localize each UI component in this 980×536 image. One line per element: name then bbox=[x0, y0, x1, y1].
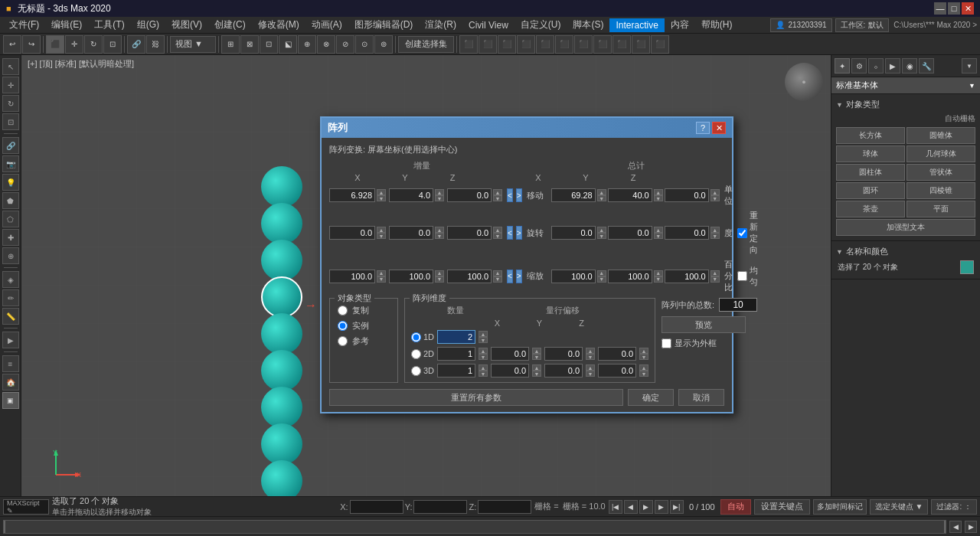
sz-down[interactable]: ▼ bbox=[493, 276, 502, 283]
move-x-down[interactable]: ▼ bbox=[377, 195, 386, 201]
menu-edit[interactable]: 编辑(E) bbox=[45, 17, 88, 33]
t-z-up[interactable]: ▲ bbox=[710, 189, 720, 195]
coord-y-field[interactable] bbox=[413, 500, 467, 514]
btn-box[interactable]: 长方体 bbox=[836, 127, 905, 144]
copy-radio[interactable] bbox=[338, 306, 348, 315]
btn-geo-sphere[interactable]: 几何球体 bbox=[906, 145, 975, 162]
menu-tools[interactable]: 工具(T) bbox=[88, 17, 130, 33]
btn-tube[interactable]: 管状体 bbox=[906, 164, 975, 181]
add-time-btn[interactable]: 多加时间标记 bbox=[813, 499, 867, 515]
move-x-input[interactable] bbox=[329, 188, 375, 202]
rot-left-arrow[interactable]: < bbox=[507, 226, 513, 240]
left-btn-measure[interactable]: 📏 bbox=[2, 308, 19, 325]
rp-btn-utilities[interactable]: 🔧 bbox=[919, 58, 934, 74]
btn-sphere[interactable]: 球体 bbox=[836, 145, 905, 162]
nav-sphere[interactable]: ● bbox=[785, 63, 823, 101]
menu-graph[interactable]: 图形编辑器(D) bbox=[348, 17, 420, 33]
rot-right-arrow[interactable]: > bbox=[516, 226, 522, 240]
rot-total-x[interactable] bbox=[551, 226, 596, 240]
rot-total-z[interactable] bbox=[665, 226, 709, 240]
scale-x-input[interactable] bbox=[329, 270, 375, 283]
minimize-btn[interactable]: — bbox=[934, 2, 946, 15]
cancel-btn[interactable]: 取消 bbox=[678, 389, 724, 406]
btn-torus[interactable]: 圆环 bbox=[836, 182, 905, 199]
btn-pyramid[interactable]: 四棱锥 bbox=[906, 182, 975, 199]
rp-btn-create[interactable]: ✦ bbox=[835, 58, 850, 74]
viewport[interactable]: [+] [顶] [标准] [默认明暗处理] ● X Y bbox=[21, 55, 831, 496]
rz-down[interactable]: ▼ bbox=[493, 233, 502, 239]
move-btn[interactable]: ✛ bbox=[65, 35, 83, 54]
rp-btn-display[interactable]: ◉ bbox=[902, 58, 917, 74]
regen-checkbox[interactable] bbox=[737, 228, 747, 238]
right-panel-dropdown-icon[interactable]: ▼ bbox=[969, 82, 975, 90]
close-btn[interactable]: ✕ bbox=[962, 2, 974, 15]
btn-r11[interactable]: ⬛ bbox=[651, 35, 669, 54]
dim-1d-count-input[interactable] bbox=[437, 330, 475, 344]
sty-up[interactable]: ▲ bbox=[654, 270, 663, 276]
sx-down[interactable]: ▼ bbox=[377, 276, 386, 283]
left-btn-light[interactable]: 💡 bbox=[2, 174, 19, 191]
move-total-x[interactable] bbox=[551, 188, 596, 202]
move-y-up[interactable]: ▲ bbox=[435, 189, 444, 195]
btn-t6[interactable]: ⊗ bbox=[317, 35, 335, 54]
menu-create[interactable]: 创建(C) bbox=[208, 17, 252, 33]
view-dropdown[interactable]: 视图 ▼ bbox=[170, 36, 216, 53]
btn-t9[interactable]: ⊚ bbox=[374, 35, 393, 54]
d2y-down[interactable]: ▼ bbox=[586, 354, 595, 360]
btn-t2[interactable]: ⊠ bbox=[240, 35, 259, 54]
t-y-up[interactable]: ▲ bbox=[654, 189, 663, 195]
menu-group[interactable]: 组(G) bbox=[131, 17, 165, 33]
d3-up[interactable]: ▲ bbox=[479, 364, 488, 371]
rtz-down[interactable]: ▼ bbox=[710, 233, 720, 239]
dialog-help-btn[interactable]: ? bbox=[696, 122, 710, 134]
move-total-z[interactable] bbox=[665, 188, 709, 202]
play-prev-btn[interactable]: ◀ bbox=[624, 500, 638, 514]
d3z-up[interactable]: ▲ bbox=[639, 364, 648, 371]
left-btn-scene[interactable]: 🏠 bbox=[2, 374, 19, 391]
preview-btn[interactable]: 预览 bbox=[662, 316, 746, 333]
btn-t5[interactable]: ⊕ bbox=[298, 35, 316, 54]
left-btn-material[interactable]: ◈ bbox=[2, 271, 19, 288]
t-x-up[interactable]: ▲ bbox=[597, 189, 606, 195]
select-btn[interactable]: ⬛ bbox=[46, 35, 64, 54]
btn-r8[interactable]: ⬛ bbox=[593, 35, 612, 54]
d2x-down[interactable]: ▼ bbox=[532, 354, 541, 360]
d2y-up[interactable]: ▲ bbox=[586, 348, 595, 354]
stx-up[interactable]: ▲ bbox=[597, 270, 606, 276]
stz-up[interactable]: ▲ bbox=[710, 270, 720, 276]
btn-t8[interactable]: ⊙ bbox=[355, 35, 374, 54]
d1-up[interactable]: ▲ bbox=[479, 331, 488, 337]
unlink-btn[interactable]: ⛓ bbox=[146, 35, 165, 54]
d3y-down[interactable]: ▼ bbox=[586, 371, 595, 377]
sz-up[interactable]: ▲ bbox=[493, 270, 502, 276]
btn-r10[interactable]: ⬛ bbox=[632, 35, 650, 54]
rp-btn-hierarchy[interactable]: ⬦ bbox=[868, 58, 884, 74]
dim-2d-z-input[interactable] bbox=[598, 347, 636, 361]
undo-btn[interactable]: ↩ bbox=[3, 35, 21, 54]
dim-2d-x-input[interactable] bbox=[491, 347, 529, 361]
scale-total-z[interactable] bbox=[665, 270, 709, 283]
color-swatch[interactable] bbox=[960, 260, 974, 274]
maximize-btn[interactable]: □ bbox=[948, 2, 960, 15]
sy-down[interactable]: ▼ bbox=[435, 276, 444, 283]
rp-btn-motion[interactable]: ▶ bbox=[885, 58, 900, 74]
btn-r3[interactable]: ⬛ bbox=[498, 35, 516, 54]
menu-script[interactable]: 脚本(S) bbox=[567, 17, 609, 33]
filter-btn[interactable]: 过滤器: ： bbox=[931, 499, 977, 515]
btn-r5[interactable]: ⬛ bbox=[536, 35, 554, 54]
dim-2d-radio[interactable] bbox=[411, 349, 421, 359]
dialog-close-btn[interactable]: ✕ bbox=[712, 122, 726, 134]
d2z-down[interactable]: ▼ bbox=[639, 354, 648, 360]
maxscript-area[interactable]: MAXScript ✎ bbox=[3, 499, 49, 515]
rot-y-input[interactable] bbox=[389, 226, 433, 240]
move-left-arrow[interactable]: < bbox=[507, 188, 513, 202]
btn-t4[interactable]: ⬕ bbox=[279, 35, 297, 54]
scale-btn[interactable]: ⊡ bbox=[103, 35, 122, 54]
scale-total-y[interactable] bbox=[608, 270, 652, 283]
rot-z-input[interactable] bbox=[447, 226, 492, 240]
redo-btn[interactable]: ↪ bbox=[22, 35, 41, 54]
scale-y-input[interactable] bbox=[389, 270, 433, 283]
rty-down[interactable]: ▼ bbox=[654, 233, 663, 239]
btn-plane[interactable]: 平面 bbox=[906, 201, 975, 217]
left-btn-preview[interactable]: ▣ bbox=[2, 392, 19, 409]
